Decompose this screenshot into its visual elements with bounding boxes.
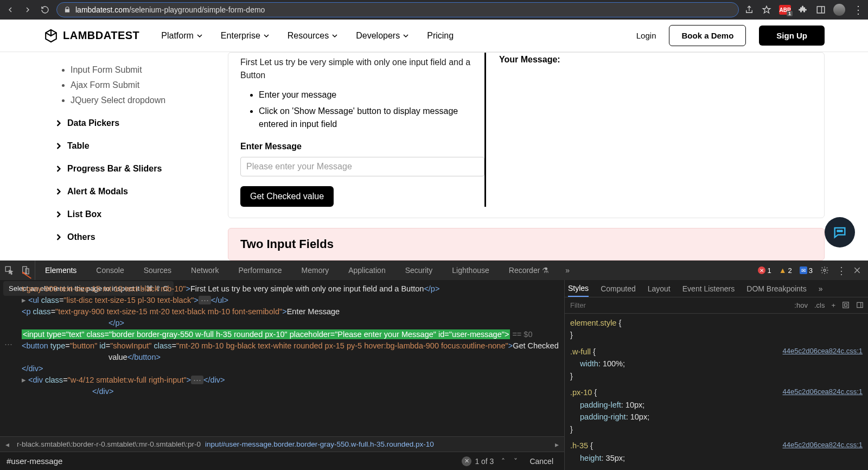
sidebar-item[interactable]: Ajax Form Submit — [71, 80, 212, 90]
warning-count[interactable]: ▲2 — [779, 266, 792, 275]
close-icon[interactable] — [853, 266, 861, 275]
computed-toggle-icon[interactable] — [842, 301, 850, 309]
abp-extension-icon[interactable]: ABP1 — [779, 5, 791, 15]
devtools-tab-console[interactable]: Console — [86, 261, 133, 280]
info-count[interactable]: ✉3 — [800, 266, 813, 275]
warning-icon: ▲ — [779, 266, 787, 275]
chevron-down-icon — [403, 33, 409, 39]
address-bar[interactable]: lambdatest.com/selenium-playground/simpl… — [56, 2, 739, 17]
two-input-title: Two Input Fields — [240, 237, 812, 251]
book-demo-button[interactable]: Book a Demo — [669, 25, 746, 46]
breadcrumbs[interactable]: ◂ r-black.smtablet\:border-r-0.smtablet\… — [0, 436, 564, 452]
styles-tabs-overflow-icon[interactable]: » — [819, 280, 823, 297]
settings-icon[interactable] — [820, 266, 829, 275]
chat-icon — [832, 225, 847, 240]
bullet: Enter your message — [259, 88, 484, 101]
styles-tab-computed[interactable]: Computed — [601, 280, 636, 297]
styles-filter-input[interactable] — [565, 297, 790, 313]
sidebar-group-data-pickers[interactable]: Data Pickers — [55, 118, 212, 128]
chat-fab[interactable] — [825, 217, 855, 247]
nav-enterprise[interactable]: Enterprise — [221, 31, 269, 41]
message-input[interactable] — [240, 157, 484, 176]
devtools-tab-application[interactable]: Application — [339, 261, 395, 280]
back-button[interactable] — [4, 4, 16, 16]
tabs-overflow-icon[interactable]: » — [559, 266, 576, 275]
site-logo[interactable]: LAMBDATEST — [43, 28, 139, 43]
devtools-tab-sources[interactable]: Sources — [134, 261, 181, 280]
sidebar-group-table[interactable]: Table — [55, 141, 212, 151]
styles-rules[interactable]: element.style {} 44e5c2d06cea824c.css:1.… — [565, 314, 868, 470]
devtools: Select an element in the page to inspect… — [0, 261, 868, 470]
error-count[interactable]: ✕1 — [758, 266, 771, 275]
breadcrumb-item[interactable]: r-black.smtablet\:border-r-0.smtablet\:m… — [17, 440, 201, 448]
chevron-down-icon — [197, 33, 202, 39]
cls-toggle[interactable]: .cls — [814, 301, 825, 309]
find-input[interactable] — [7, 455, 455, 468]
nav-platform[interactable]: Platform — [161, 31, 202, 41]
lock-icon — [63, 6, 71, 14]
clear-icon[interactable]: ✕ — [462, 456, 471, 466]
sidebar-group-others[interactable]: Others — [55, 232, 212, 242]
devtools-tab-recorder[interactable]: Recorder⚗ — [499, 261, 559, 280]
svg-point-2 — [839, 231, 840, 232]
styles-tab-eventlisteners[interactable]: Event Listeners — [682, 280, 735, 297]
styles-panel: Styles Computed Layout Event Listeners D… — [564, 280, 868, 470]
chevron-right-icon — [55, 211, 62, 218]
login-link[interactable]: Login — [636, 31, 656, 40]
inspect-icon[interactable] — [4, 265, 14, 275]
styles-tab-dombreakpoints[interactable]: DOM Breakpoints — [746, 280, 806, 297]
sidebar-group-progress[interactable]: Progress Bar & Sliders — [55, 164, 212, 174]
nav-resources[interactable]: Resources — [288, 31, 337, 41]
nav-pricing[interactable]: Pricing — [427, 31, 454, 41]
styles-tab-layout[interactable]: Layout — [648, 280, 671, 297]
logo-text: LAMBDATEST — [63, 29, 139, 42]
new-rule-button[interactable]: + — [831, 301, 835, 309]
avatar[interactable] — [833, 4, 845, 16]
get-checked-value-button[interactable]: Get Checked value — [240, 186, 334, 207]
chevron-right-icon — [55, 234, 62, 240]
chevron-right-icon — [55, 120, 62, 126]
browser-menu-icon[interactable]: ⋮ — [853, 4, 864, 15]
sidebar-item[interactable]: Input Form Submit — [71, 65, 212, 75]
breadcrumb-item-selected[interactable]: input#user-message.border.border-gray-55… — [205, 440, 434, 448]
crumb-prev-icon[interactable]: ◂ — [2, 440, 12, 449]
devtools-tab-security[interactable]: Security — [395, 261, 443, 280]
browser-toolbar: lambdatest.com/selenium-playground/simpl… — [0, 0, 868, 20]
devtools-menu-icon[interactable]: ⋮ — [837, 266, 845, 275]
selected-dom-line[interactable]: <input type="text" class="border border-… — [22, 329, 510, 339]
find-next-button[interactable]: ˅ — [513, 457, 519, 466]
signup-button[interactable]: Sign Up — [759, 26, 825, 46]
crumb-next-icon[interactable]: ▸ — [552, 440, 562, 449]
star-icon[interactable] — [762, 5, 771, 15]
nav-developers[interactable]: Developers — [356, 31, 409, 41]
find-bar: ✕1 of 3 ˄ ˅ Cancel — [0, 452, 564, 470]
sidebar-toggle-icon[interactable] — [856, 301, 864, 309]
forward-button[interactable] — [22, 4, 34, 16]
find-prev-button[interactable]: ˄ — [500, 457, 506, 466]
chevron-right-icon — [55, 143, 62, 149]
site-header: LAMBDATEST Platform Enterprise Resources… — [0, 20, 868, 52]
error-icon: ✕ — [758, 266, 765, 274]
chevron-right-icon — [55, 166, 62, 172]
extensions-icon[interactable] — [799, 5, 808, 15]
sidebar-group-alert[interactable]: Alert & Modals — [55, 187, 212, 196]
css-rule: element.style {} — [570, 317, 863, 341]
two-input-panel: Two Input Fields — [228, 228, 825, 261]
styles-tab-styles[interactable]: Styles — [568, 280, 589, 297]
share-icon[interactable] — [744, 5, 754, 15]
site-nav: Platform Enterprise Resources Developers… — [161, 31, 454, 41]
sidebar-group-listbox[interactable]: List Box — [55, 209, 212, 219]
find-cancel-button[interactable]: Cancel — [525, 457, 558, 466]
devtools-tab-performance[interactable]: Performance — [228, 261, 291, 280]
svg-rect-9 — [845, 304, 847, 307]
devtools-tab-memory[interactable]: Memory — [292, 261, 339, 280]
reload-button[interactable] — [39, 4, 51, 16]
devtools-tab-network[interactable]: Network — [181, 261, 228, 280]
hov-toggle[interactable]: :hov — [794, 301, 808, 309]
dom-tree[interactable]: ⋯ t-gray-900 text-size-15 mt-10 text-bla… — [0, 280, 564, 436]
devtools-tab-elements[interactable]: Elements — [35, 261, 86, 280]
sidebar-item[interactable]: JQuery Select dropdown — [71, 96, 212, 105]
info-icon: ✉ — [800, 266, 807, 274]
panel-icon[interactable] — [816, 5, 826, 15]
devtools-tab-lighthouse[interactable]: Lighthouse — [442, 261, 499, 280]
